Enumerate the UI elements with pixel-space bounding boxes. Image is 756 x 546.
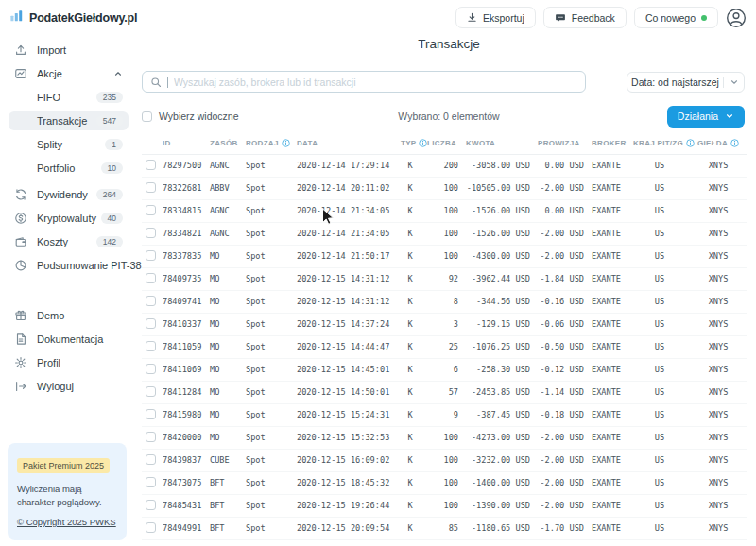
table-row: 78473075BFTSpot2020-12-15 18:45:32K100-1… [142, 471, 747, 494]
cell-liczba: 100 [423, 449, 462, 471]
cell-liczba: 9 [423, 403, 462, 426]
cell-typ: K [397, 494, 423, 517]
row-checkbox[interactable] [146, 205, 156, 215]
cell-prowizja: -2.00 USD [534, 471, 588, 494]
cell-zasob: CUBE [206, 449, 242, 471]
row-checkbox[interactable] [146, 228, 156, 238]
col-header-label: TYP [401, 139, 416, 147]
sidebar-item-label: Kryptowaluty [37, 213, 96, 224]
info-icon[interactable] [686, 139, 695, 147]
sidebar-item-koszty[interactable]: Koszty142 [9, 232, 129, 251]
cell-data: 2020-12-15 15:24:31 [293, 403, 397, 426]
row-checkbox[interactable] [146, 522, 156, 533]
row-checkbox[interactable] [146, 386, 156, 397]
cell-id: 78334821 [159, 222, 206, 245]
sidebar-item-splity[interactable]: Splity1 [9, 135, 129, 154]
cell-kwota: -344.56 USD [462, 290, 534, 313]
info-icon[interactable] [730, 139, 739, 147]
sidebar-item-akcje[interactable]: Akcje [9, 64, 129, 83]
cell-liczba: 200 [423, 154, 462, 177]
row-checkbox[interactable] [146, 341, 156, 351]
cell-broker: EXANTE [588, 335, 629, 358]
row-checkbox[interactable] [146, 409, 156, 419]
cell-rodzaj: Spot [242, 245, 293, 267]
sidebar-item-wyloguj[interactable]: Wyloguj [9, 377, 129, 396]
row-checkbox[interactable] [146, 500, 156, 510]
sidebar-footer-box: Pakiet Premium 2025 Wyliczenia mają char… [8, 443, 127, 540]
cell-rodzaj: Spot [242, 199, 293, 222]
sort-dropdown[interactable]: Data: od najstarszej [627, 72, 745, 93]
search-icon [150, 77, 162, 88]
row-checkbox[interactable] [146, 432, 156, 442]
search-box[interactable] [142, 71, 586, 93]
cell-liczba: 100 [423, 177, 462, 199]
cell-kwota: -3232.00 USD [462, 449, 534, 471]
export-button[interactable]: Eksportuj [455, 7, 536, 28]
sidebar-item-dywidendy[interactable]: Dywidendy264 [9, 185, 129, 204]
cell-rodzaj: Spot [242, 449, 293, 471]
cell-broker: EXANTE [588, 154, 629, 177]
row-checkbox[interactable] [146, 454, 156, 465]
document-icon [14, 333, 28, 347]
col-header-zasob: ZASÓB [206, 133, 242, 154]
table-row: 78439837CUBESpot2020-12-15 16:09:02K100-… [142, 449, 747, 471]
user-avatar-icon[interactable] [726, 8, 747, 28]
sidebar-item-profil[interactable]: Profil [9, 353, 129, 372]
cell-data: 2020-12-15 14:50:01 [293, 381, 397, 403]
gift-icon [14, 309, 28, 323]
row-checkbox[interactable] [146, 318, 156, 329]
cell-data: 2020-12-14 21:50:17 [293, 245, 397, 267]
cell-gielda: XNYS [690, 358, 747, 381]
cell-kraj-pit-zg: US [629, 177, 690, 199]
row-checkbox[interactable] [146, 273, 156, 283]
cell-id: 78411284 [159, 381, 206, 403]
cell-zasob: ABBV [206, 177, 242, 199]
col-header-liczba: LICZBA [423, 133, 462, 154]
cell-data: 2020-12-14 21:34:05 [293, 222, 397, 245]
sidebar-item-transakcje[interactable]: Transakcje547 [9, 111, 129, 130]
sidebar-item-fifo[interactable]: FIFO235 [9, 88, 129, 107]
cell-zasob: BFT [206, 471, 242, 494]
cell-kraj-pit-zg: US [629, 245, 690, 267]
whats-new-button[interactable]: Co nowego [634, 7, 718, 28]
info-icon[interactable] [282, 139, 290, 147]
sidebar-item-kryptowaluty[interactable]: Kryptowaluty40 [9, 209, 129, 228]
top-bar-actions: Eksportuj Feedback Co nowego [455, 7, 747, 28]
sidebar-item-demo[interactable]: Demo [9, 306, 129, 325]
row-checkbox[interactable] [146, 250, 156, 261]
copyright-link[interactable]: © Copyright 2025 PWKS [17, 517, 116, 527]
search-input[interactable] [174, 77, 577, 88]
cell-checkbox [142, 199, 159, 222]
cell-typ: K [397, 471, 423, 494]
feedback-button-label: Feedback [572, 12, 615, 24]
sidebar-item-podsumowanie-pit-38[interactable]: Podsumowanie PIT-38 [9, 256, 129, 275]
cell-kwota: -1400.00 USD [462, 471, 534, 494]
sidebar-item-dokumentacja[interactable]: Dokumentacja [9, 330, 129, 349]
cell-kwota: -1526.00 USD [462, 199, 534, 222]
select-visible-checkbox[interactable] [142, 111, 152, 122]
table-row: 78410337MOSpot2020-12-15 14:37:24K3-129.… [142, 313, 747, 335]
pie-chart-icon [14, 259, 28, 273]
cell-liczba: 6 [423, 358, 462, 381]
row-checkbox[interactable] [146, 160, 156, 170]
brand-logo[interactable]: PodatekGiełdowy.pl [0, 0, 137, 26]
row-checkbox[interactable] [146, 296, 156, 306]
cell-liczba: 85 [423, 517, 462, 539]
sidebar: PodatekGiełdowy.pl ImportAkcjeFIFO235Tra… [0, 0, 137, 546]
logout-icon [14, 380, 28, 394]
select-visible-control[interactable]: Wybierz widoczne [142, 111, 239, 122]
row-checkbox[interactable] [146, 364, 156, 374]
sidebar-item-portfolio[interactable]: Portfolio10 [9, 159, 129, 178]
cell-prowizja: 0.00 USD [534, 154, 588, 177]
whats-new-label: Co nowego [645, 12, 696, 24]
row-checkbox[interactable] [146, 182, 156, 193]
row-checkbox[interactable] [146, 477, 156, 487]
cell-id: 78334815 [159, 199, 206, 222]
sidebar-item-import[interactable]: Import [9, 41, 129, 60]
cell-prowizja: -2.00 USD [534, 494, 588, 517]
cell-typ: K [397, 403, 423, 426]
actions-button[interactable]: Działania [667, 106, 745, 128]
table-row: 78485431BFTSpot2020-12-15 19:26:44K100-1… [142, 494, 747, 517]
cell-id: 78420000 [159, 426, 206, 449]
feedback-button[interactable]: Feedback [543, 7, 627, 28]
